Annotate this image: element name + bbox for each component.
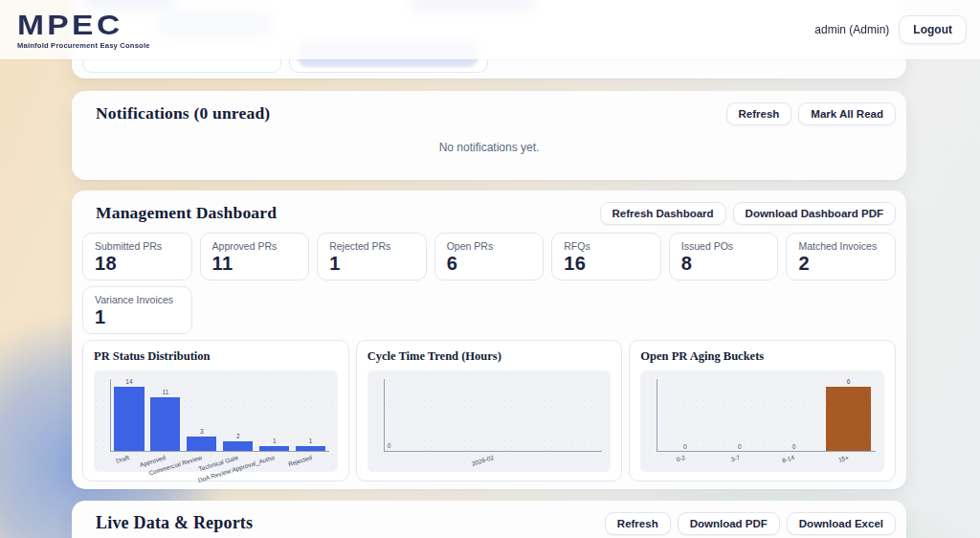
- chart-title: PR Status Distribution: [94, 349, 338, 364]
- chart-cycle-time-trend: Cycle Time Trend (Hours) 0 2026-02: [356, 340, 623, 482]
- bar-0-2: 0: [657, 379, 712, 451]
- stat-label: Rejected PRs: [329, 240, 414, 252]
- download-dashboard-pdf-button[interactable]: Download Dashboard PDF: [733, 202, 896, 225]
- stat-value: 16: [564, 253, 649, 275]
- x-tick-label: Draft: [116, 455, 130, 464]
- chart-pr-status-distribution: PR Status Distribution 14113211 DraftApp…: [82, 340, 349, 482]
- management-dashboard-section: Management Dashboard Refresh Dashboard D…: [72, 191, 906, 489]
- download-excel-button[interactable]: Download Excel: [787, 512, 896, 535]
- chart-title: Cycle Time Trend (Hours): [368, 349, 612, 364]
- stat-card-issued-pos: Issued POs 8: [669, 233, 779, 280]
- stat-value: 1: [329, 253, 414, 275]
- stat-label: Variance Invoices: [95, 294, 180, 305]
- stat-card-open-prs: Open PRs 6: [434, 233, 545, 280]
- stat-card-submitted-prs: Submitted PRs 18: [82, 233, 192, 280]
- app-logo: MPEC Mainfold Procurement Easy Console: [17, 11, 150, 50]
- bar-15-: 6: [821, 379, 876, 451]
- stat-label: Matched Invoices: [798, 240, 883, 252]
- app-header: MPEC Mainfold Procurement Easy Console a…: [0, 0, 980, 59]
- x-tick-label: 0-2: [676, 455, 686, 463]
- mark-all-read-button[interactable]: Mark All Read: [798, 102, 896, 125]
- dashboard-title: Management Dashboard: [96, 203, 277, 223]
- data-point-label: 0: [388, 442, 391, 449]
- stat-card-matched-invoices: Matched Invoices 2: [786, 233, 896, 280]
- refresh-dashboard-button[interactable]: Refresh Dashboard: [600, 202, 726, 225]
- bar-commercial-review: 3: [184, 379, 220, 451]
- stat-label: Open PRs: [447, 240, 532, 252]
- stat-value: 11: [212, 253, 298, 275]
- stat-value: 6: [447, 253, 532, 275]
- stat-card-rfqs: RFQs 16: [551, 233, 661, 280]
- stat-label: Submitted PRs: [95, 240, 180, 252]
- x-tick-label: 8-14: [782, 455, 795, 464]
- stat-card-approved-prs: Approved PRs 11: [200, 233, 310, 280]
- notifications-section: Notifications (0 unread) Refresh Mark Al…: [72, 91, 906, 180]
- bar-approved: 11: [147, 379, 184, 451]
- notifications-title: Notifications (0 unread): [96, 103, 270, 123]
- stat-label: RFQs: [564, 240, 649, 252]
- live-data-reports-section: Live Data & Reports Refresh Download PDF…: [72, 501, 906, 538]
- pr-status-plot: 14113211 DraftApprovedCommercial ReviewT…: [94, 370, 338, 472]
- notifications-refresh-button[interactable]: Refresh: [726, 102, 792, 125]
- stat-value: 18: [95, 253, 180, 275]
- x-tick-label: Rejected: [287, 455, 312, 468]
- chart-open-pr-aging: Open PR Aging Buckets 0006 0-23-78-1415+: [629, 340, 896, 482]
- chart-title: Open PR Aging Buckets: [640, 349, 884, 364]
- cycle-time-plot: 0 2026-02: [368, 370, 612, 472]
- logged-in-user: admin (Admin): [814, 23, 889, 36]
- kpi-grid: Submitted PRs 18 Approved PRs 11 Rejecte…: [82, 233, 896, 334]
- stat-card-rejected-prs: Rejected PRs 1: [317, 233, 427, 280]
- bar-rejected: 1: [293, 379, 329, 451]
- stat-value: 2: [798, 253, 883, 275]
- notifications-empty-message: No notifications yet.: [72, 141, 906, 154]
- x-tick-label: 3-7: [730, 455, 741, 463]
- stat-label: Approved PRs: [212, 240, 298, 252]
- stat-value: 8: [681, 253, 767, 275]
- stat-value: 1: [95, 306, 180, 328]
- stat-card-variance-invoices: Variance Invoices 1: [82, 286, 192, 334]
- logo-tagline: Mainfold Procurement Easy Console: [17, 42, 150, 50]
- stat-label: Issued POs: [681, 240, 767, 252]
- reports-refresh-button[interactable]: Refresh: [605, 512, 671, 535]
- reports-title: Live Data & Reports: [96, 513, 253, 533]
- x-tick-label: 15+: [838, 455, 850, 463]
- bar-technical-gate: 2: [220, 379, 256, 451]
- bar-3-7: 0: [712, 379, 767, 451]
- logout-button[interactable]: Logout: [899, 15, 967, 44]
- x-tick-label: 2026-02: [471, 455, 495, 467]
- bar-draft: 14: [111, 379, 147, 451]
- aging-buckets-plot: 0006 0-23-78-1415+: [640, 370, 884, 472]
- logo-wordmark: MPEC: [17, 11, 166, 39]
- charts-row: PR Status Distribution 14113211 DraftApp…: [82, 340, 896, 482]
- download-pdf-button[interactable]: Download PDF: [678, 512, 780, 535]
- bar-doa-review-approval-autho: 1: [256, 379, 293, 451]
- bar-8-14: 0: [767, 379, 821, 451]
